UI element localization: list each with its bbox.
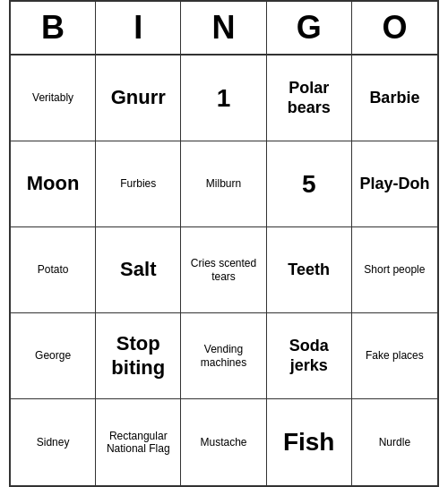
cell-text: Nurdle	[379, 436, 410, 449]
cell-text: Sidney	[37, 436, 70, 449]
bingo-cell: Milburn	[181, 141, 266, 227]
cell-text: George	[35, 349, 71, 362]
bingo-grid: VeritablyGnurr1Polar bearsBarbieMoonFurb…	[11, 56, 437, 485]
bingo-cell: Veritably	[11, 56, 96, 141]
bingo-cell: Furbies	[96, 141, 181, 227]
cell-text: Potato	[38, 263, 69, 276]
bingo-cell: Sidney	[11, 399, 96, 485]
bingo-cell: Moon	[11, 141, 96, 227]
cell-text: Gnurr	[111, 86, 166, 109]
header-letter: N	[181, 2, 266, 54]
cell-text: Veritably	[32, 91, 73, 104]
bingo-header: BINGO	[11, 2, 437, 56]
bingo-cell: Fake places	[352, 313, 437, 399]
bingo-cell: Salt	[96, 227, 181, 313]
bingo-cell: Nurdle	[352, 399, 437, 485]
bingo-cell: Soda jerks	[267, 313, 352, 399]
bingo-cell: Barbie	[352, 56, 437, 141]
bingo-cell: Stop biting	[96, 313, 181, 399]
cell-text: Cries scented tears	[185, 257, 262, 283]
bingo-cell: 5	[267, 141, 352, 227]
bingo-cell: Potato	[11, 227, 96, 313]
bingo-cell: Gnurr	[96, 56, 181, 141]
cell-text: Rectangular National Flag	[99, 430, 177, 456]
cell-text: Vending machines	[185, 343, 262, 369]
cell-text: Salt	[120, 258, 156, 281]
cell-text: Short people	[364, 263, 425, 276]
cell-text: Furbies	[120, 177, 156, 190]
cell-text: Teeth	[288, 261, 330, 280]
bingo-cell: 1	[181, 56, 266, 141]
bingo-cell: Teeth	[267, 227, 352, 313]
bingo-cell: Cries scented tears	[181, 227, 266, 313]
cell-text: Play-Doh	[359, 175, 429, 194]
bingo-cell: Short people	[352, 227, 437, 313]
cell-text: Moon	[27, 172, 80, 195]
bingo-cell: Fish	[267, 399, 352, 485]
header-letter: I	[96, 2, 181, 54]
cell-text: Soda jerks	[271, 337, 348, 375]
bingo-cell: Vending machines	[181, 313, 266, 399]
cell-text: 5	[302, 169, 316, 200]
cell-text: Mustache	[200, 436, 246, 449]
bingo-cell: Polar bears	[267, 56, 352, 141]
header-letter: O	[352, 2, 437, 54]
header-letter: B	[11, 2, 96, 54]
cell-text: 1	[217, 83, 231, 114]
bingo-card: BINGO VeritablyGnurr1Polar bearsBarbieMo…	[9, 0, 439, 487]
header-letter: G	[267, 2, 352, 54]
bingo-cell: Rectangular National Flag	[96, 399, 181, 485]
cell-text: Stop biting	[99, 332, 177, 380]
cell-text: Fish	[283, 427, 335, 457]
cell-text: Barbie	[369, 89, 419, 108]
bingo-cell: Play-Doh	[352, 141, 437, 227]
cell-text: Polar bears	[271, 79, 348, 117]
cell-text: Fake places	[366, 349, 424, 362]
bingo-cell: Mustache	[181, 399, 266, 485]
bingo-cell: George	[11, 313, 96, 399]
cell-text: Milburn	[206, 177, 241, 190]
